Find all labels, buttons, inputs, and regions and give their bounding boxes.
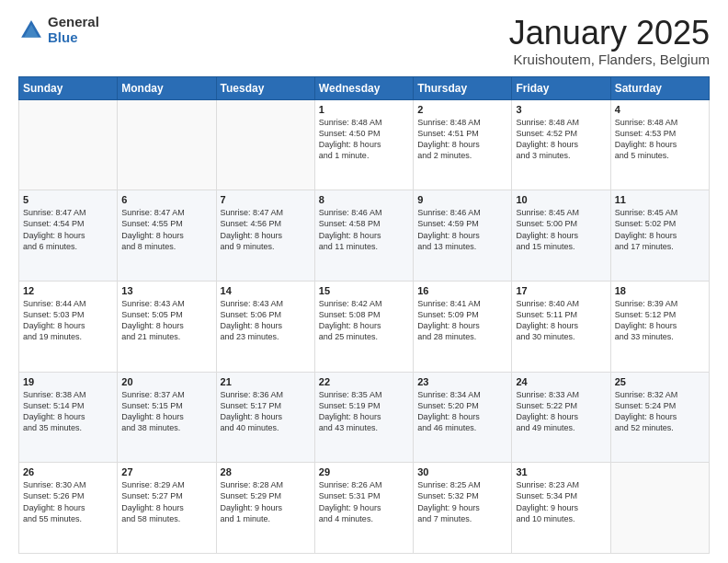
day-info: Sunrise: 8:48 AM Sunset: 4:52 PM Dayligh… (516, 117, 606, 162)
day-number: 26 (23, 466, 113, 477)
day-number: 11 (615, 194, 705, 205)
day-number: 20 (121, 376, 211, 387)
day-info: Sunrise: 8:44 AM Sunset: 5:03 PM Dayligh… (23, 298, 113, 343)
week-row-1: 1Sunrise: 8:48 AM Sunset: 4:50 PM Daylig… (19, 99, 710, 190)
day-cell: 1Sunrise: 8:48 AM Sunset: 4:50 PM Daylig… (314, 99, 413, 190)
week-row-4: 19Sunrise: 8:38 AM Sunset: 5:14 PM Dayli… (19, 372, 710, 463)
page: General Blue January 2025 Kruishoutem, F… (0, 0, 728, 563)
day-cell: 3Sunrise: 8:48 AM Sunset: 4:52 PM Daylig… (512, 99, 610, 190)
day-number: 13 (121, 285, 211, 296)
day-number: 16 (417, 285, 507, 296)
logo-general: General (48, 15, 99, 30)
day-info: Sunrise: 8:29 AM Sunset: 5:27 PM Dayligh… (121, 479, 211, 524)
weekday-header-monday: Monday (118, 76, 216, 99)
day-info: Sunrise: 8:28 AM Sunset: 5:29 PM Dayligh… (221, 479, 311, 524)
day-number: 1 (319, 104, 409, 115)
day-cell: 12Sunrise: 8:44 AM Sunset: 5:03 PM Dayli… (19, 281, 118, 372)
day-cell: 26Sunrise: 8:30 AM Sunset: 5:26 PM Dayli… (19, 463, 118, 554)
day-cell: 30Sunrise: 8:25 AM Sunset: 5:32 PM Dayli… (414, 463, 512, 554)
day-number: 27 (121, 466, 211, 477)
weekday-header-row: SundayMondayTuesdayWednesdayThursdayFrid… (19, 76, 710, 99)
week-row-2: 5Sunrise: 8:47 AM Sunset: 4:54 PM Daylig… (19, 190, 710, 282)
day-info: Sunrise: 8:36 AM Sunset: 5:17 PM Dayligh… (221, 389, 311, 434)
day-number: 7 (221, 194, 311, 205)
day-number: 22 (319, 376, 409, 387)
day-info: Sunrise: 8:47 AM Sunset: 4:56 PM Dayligh… (221, 207, 311, 252)
day-cell: 14Sunrise: 8:43 AM Sunset: 5:06 PM Dayli… (216, 281, 314, 372)
day-cell: 19Sunrise: 8:38 AM Sunset: 5:14 PM Dayli… (19, 372, 118, 463)
day-cell (19, 99, 118, 190)
day-info: Sunrise: 8:35 AM Sunset: 5:19 PM Dayligh… (319, 389, 409, 434)
day-number: 4 (615, 104, 705, 115)
day-number: 24 (516, 376, 606, 387)
day-cell: 4Sunrise: 8:48 AM Sunset: 4:53 PM Daylig… (610, 99, 709, 190)
day-info: Sunrise: 8:43 AM Sunset: 5:05 PM Dayligh… (121, 298, 211, 343)
day-info: Sunrise: 8:23 AM Sunset: 5:34 PM Dayligh… (516, 479, 606, 524)
day-number: 9 (417, 194, 507, 205)
day-cell: 29Sunrise: 8:26 AM Sunset: 5:31 PM Dayli… (314, 463, 413, 554)
day-number: 30 (417, 466, 507, 477)
day-info: Sunrise: 8:45 AM Sunset: 5:02 PM Dayligh… (615, 207, 705, 252)
calendar-table: SundayMondayTuesdayWednesdayThursdayFrid… (18, 76, 710, 554)
day-cell: 13Sunrise: 8:43 AM Sunset: 5:05 PM Dayli… (118, 281, 216, 372)
day-cell: 24Sunrise: 8:33 AM Sunset: 5:22 PM Dayli… (512, 372, 610, 463)
day-number: 25 (615, 376, 705, 387)
day-number: 6 (121, 194, 211, 205)
day-info: Sunrise: 8:25 AM Sunset: 5:32 PM Dayligh… (417, 479, 507, 524)
weekday-header-wednesday: Wednesday (314, 76, 413, 99)
day-info: Sunrise: 8:42 AM Sunset: 5:08 PM Dayligh… (319, 298, 409, 343)
day-cell: 25Sunrise: 8:32 AM Sunset: 5:24 PM Dayli… (610, 372, 709, 463)
day-info: Sunrise: 8:48 AM Sunset: 4:51 PM Dayligh… (417, 117, 507, 162)
day-cell (610, 463, 709, 554)
day-info: Sunrise: 8:48 AM Sunset: 4:53 PM Dayligh… (615, 117, 705, 162)
day-info: Sunrise: 8:34 AM Sunset: 5:20 PM Dayligh… (417, 389, 507, 434)
day-info: Sunrise: 8:33 AM Sunset: 5:22 PM Dayligh… (516, 389, 606, 434)
weekday-header-friday: Friday (512, 76, 610, 99)
day-info: Sunrise: 8:41 AM Sunset: 5:09 PM Dayligh… (417, 298, 507, 343)
day-number: 31 (516, 466, 606, 477)
day-number: 3 (516, 104, 606, 115)
day-info: Sunrise: 8:26 AM Sunset: 5:31 PM Dayligh… (319, 479, 409, 524)
day-number: 17 (516, 285, 606, 296)
day-cell: 15Sunrise: 8:42 AM Sunset: 5:08 PM Dayli… (314, 281, 413, 372)
day-info: Sunrise: 8:38 AM Sunset: 5:14 PM Dayligh… (23, 389, 113, 434)
day-cell: 21Sunrise: 8:36 AM Sunset: 5:17 PM Dayli… (216, 372, 314, 463)
weekday-header-thursday: Thursday (414, 76, 512, 99)
day-number: 14 (221, 285, 311, 296)
day-info: Sunrise: 8:43 AM Sunset: 5:06 PM Dayligh… (221, 298, 311, 343)
day-cell: 9Sunrise: 8:46 AM Sunset: 4:59 PM Daylig… (414, 190, 512, 282)
day-cell: 23Sunrise: 8:34 AM Sunset: 5:20 PM Dayli… (414, 372, 512, 463)
week-row-5: 26Sunrise: 8:30 AM Sunset: 5:26 PM Dayli… (19, 463, 710, 554)
title-month: January 2025 (509, 15, 710, 52)
day-cell: 22Sunrise: 8:35 AM Sunset: 5:19 PM Dayli… (314, 372, 413, 463)
day-cell: 11Sunrise: 8:45 AM Sunset: 5:02 PM Dayli… (610, 190, 709, 282)
day-number: 8 (319, 194, 409, 205)
day-info: Sunrise: 8:45 AM Sunset: 5:00 PM Dayligh… (516, 207, 606, 252)
day-cell: 2Sunrise: 8:48 AM Sunset: 4:51 PM Daylig… (414, 99, 512, 190)
day-cell: 28Sunrise: 8:28 AM Sunset: 5:29 PM Dayli… (216, 463, 314, 554)
day-cell: 8Sunrise: 8:46 AM Sunset: 4:58 PM Daylig… (314, 190, 413, 282)
day-number: 28 (221, 466, 311, 477)
day-info: Sunrise: 8:46 AM Sunset: 4:58 PM Dayligh… (319, 207, 409, 252)
day-info: Sunrise: 8:30 AM Sunset: 5:26 PM Dayligh… (23, 479, 113, 524)
day-cell: 10Sunrise: 8:45 AM Sunset: 5:00 PM Dayli… (512, 190, 610, 282)
day-info: Sunrise: 8:47 AM Sunset: 4:55 PM Dayligh… (121, 207, 211, 252)
week-row-3: 12Sunrise: 8:44 AM Sunset: 5:03 PM Dayli… (19, 281, 710, 372)
logo-icon (18, 17, 44, 43)
day-info: Sunrise: 8:39 AM Sunset: 5:12 PM Dayligh… (615, 298, 705, 343)
day-number: 12 (23, 285, 113, 296)
logo-blue: Blue (48, 30, 99, 46)
logo-text: General Blue (48, 15, 99, 45)
day-cell: 20Sunrise: 8:37 AM Sunset: 5:15 PM Dayli… (118, 372, 216, 463)
weekday-header-sunday: Sunday (19, 76, 118, 99)
weekday-header-saturday: Saturday (610, 76, 709, 99)
day-info: Sunrise: 8:48 AM Sunset: 4:50 PM Dayligh… (319, 117, 409, 162)
day-cell: 5Sunrise: 8:47 AM Sunset: 4:54 PM Daylig… (19, 190, 118, 282)
day-number: 21 (221, 376, 311, 387)
day-info: Sunrise: 8:32 AM Sunset: 5:24 PM Dayligh… (615, 389, 705, 434)
title-location: Kruishoutem, Flanders, Belgium (509, 52, 710, 67)
day-number: 23 (417, 376, 507, 387)
day-cell: 18Sunrise: 8:39 AM Sunset: 5:12 PM Dayli… (610, 281, 709, 372)
day-cell: 17Sunrise: 8:40 AM Sunset: 5:11 PM Dayli… (512, 281, 610, 372)
day-info: Sunrise: 8:46 AM Sunset: 4:59 PM Dayligh… (417, 207, 507, 252)
